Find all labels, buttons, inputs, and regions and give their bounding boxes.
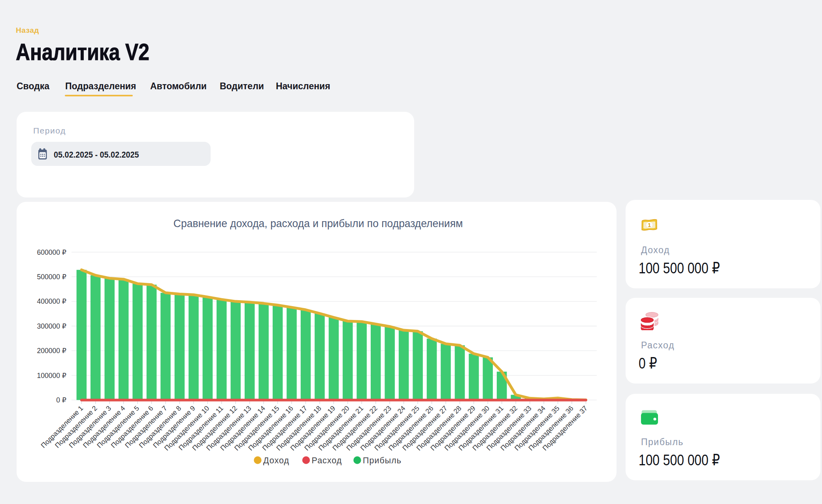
svg-text:300000 ₽: 300000 ₽ <box>37 322 66 330</box>
svg-text:100000 ₽: 100000 ₽ <box>37 372 66 380</box>
svg-text:0 ₽: 0 ₽ <box>56 396 66 404</box>
svg-text:400000 ₽: 400000 ₽ <box>37 297 66 305</box>
svg-text:Прибыль: Прибыль <box>363 456 402 465</box>
svg-text:600000 ₽: 600000 ₽ <box>37 248 66 256</box>
svg-text:Расход: Расход <box>312 456 342 465</box>
svg-text:Доход: Доход <box>263 456 289 465</box>
svg-text:1: 1 <box>648 222 651 228</box>
svg-text:200000 ₽: 200000 ₽ <box>37 347 66 355</box>
svg-text:500000 ₽: 500000 ₽ <box>37 273 66 281</box>
